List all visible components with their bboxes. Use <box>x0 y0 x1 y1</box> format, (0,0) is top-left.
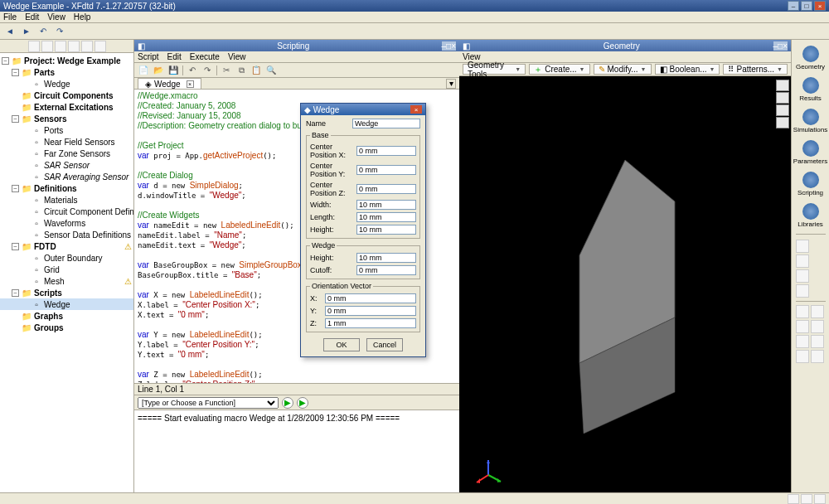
field-input-width[interactable] <box>356 200 416 210</box>
expand-icon[interactable]: − <box>12 243 19 250</box>
geometry-viewport[interactable] <box>459 76 791 492</box>
sidebar-item-parameters[interactable]: Parameters <box>794 138 827 167</box>
tree-item-external-excitations[interactable]: 📁External Excitations <box>0 101 133 113</box>
sidebar-tool-4[interactable] <box>796 284 809 298</box>
tree-tool-1[interactable] <box>28 41 40 52</box>
expand-icon[interactable]: − <box>12 289 19 297</box>
status-tool-3[interactable] <box>814 494 826 504</box>
sidebar-item-libraries[interactable]: Libraries <box>794 201 827 230</box>
menu-view[interactable]: View <box>47 12 65 22</box>
tree-item-groups[interactable]: 📁Groups <box>0 322 133 333</box>
sidebar-tool-7b[interactable] <box>811 335 824 348</box>
field-input-x[interactable] <box>325 293 416 303</box>
sidebar-tool-6b[interactable] <box>811 320 824 333</box>
ok-button[interactable]: OK <box>323 338 360 351</box>
script-menu-script[interactable]: Script <box>138 52 159 61</box>
tab-dropdown-icon[interactable]: ▾ <box>446 79 456 89</box>
status-tool-2[interactable] <box>801 494 812 504</box>
modify-dropdown[interactable]: ✎Modify...▼ <box>594 64 652 75</box>
script-redo-icon[interactable]: ↷ <box>201 65 213 76</box>
tree-item-definitions[interactable]: −📁Definitions <box>0 182 133 194</box>
tree-item-fdtd[interactable]: −📁FDTD⚠ <box>0 240 133 252</box>
tree-tool-6[interactable] <box>95 41 106 52</box>
undo-icon[interactable]: ↶ <box>36 25 50 38</box>
sidebar-item-scripting[interactable]: Scripting <box>794 169 827 199</box>
dialog-titlebar[interactable]: ◆ Wedge × <box>301 104 425 115</box>
scripting-close-button[interactable]: × <box>451 41 456 51</box>
rotate-tool-icon[interactable] <box>776 104 789 116</box>
field-input-y[interactable] <box>325 306 416 316</box>
sidebar-tool-7a[interactable] <box>796 335 809 348</box>
tree-item-far-zone-sensors[interactable]: ▫Far Zone Sensors <box>0 148 133 159</box>
sidebar-tool-1[interactable] <box>796 240 809 253</box>
sidebar-item-geometry[interactable]: Geometry <box>794 43 827 73</box>
tree-item-sar-averaging-sensor[interactable]: ▫SAR Averaging Sensor <box>0 171 133 182</box>
name-input[interactable] <box>352 119 420 128</box>
tree-item-mesh[interactable]: ▫Mesh⚠ <box>0 275 133 287</box>
field-input-center-position-x[interactable] <box>356 146 416 156</box>
tree-item-circuit-component-definitions[interactable]: ▫Circuit Component Definitions <box>0 206 133 217</box>
maximize-button[interactable]: □ <box>801 1 812 11</box>
field-input-height[interactable] <box>356 253 416 263</box>
script-menu-edit[interactable]: Edit <box>167 52 182 61</box>
create-dropdown[interactable]: ＋Create...▼ <box>529 64 589 75</box>
dialog-close-button[interactable]: × <box>410 105 422 114</box>
script-undo-icon[interactable]: ↶ <box>187 65 198 76</box>
menu-help[interactable]: Help <box>74 12 91 22</box>
tree-item-outer-boundary[interactable]: ▫Outer Boundary <box>0 252 133 264</box>
tree-item-sar-sensor[interactable]: ▫SAR Sensor <box>0 159 133 171</box>
expand-icon[interactable]: − <box>2 57 9 65</box>
forward-icon[interactable]: ► <box>20 25 33 38</box>
script-menu-view[interactable]: View <box>228 52 246 61</box>
tree-item-materials[interactable]: ▫Materials <box>0 194 133 206</box>
tree-item-near-field-sensors[interactable]: ▫Near Field Sensors <box>0 136 133 148</box>
sidebar-tool-8a[interactable] <box>796 350 809 363</box>
tree-tool-2[interactable] <box>41 41 53 52</box>
copy-icon[interactable]: ⧉ <box>235 65 247 76</box>
back-icon[interactable]: ◄ <box>3 25 17 38</box>
field-input-length[interactable] <box>356 212 416 222</box>
tab-close-icon[interactable]: × <box>187 80 194 88</box>
sidebar-tool-5a[interactable] <box>796 305 809 318</box>
tree-item-circuit-components[interactable]: 📁Circuit Components <box>0 90 133 101</box>
zoom-tool-icon[interactable] <box>776 117 789 128</box>
field-input-cutoff[interactable] <box>356 265 416 275</box>
tree-item-scripts[interactable]: −📁Scripts <box>0 287 133 298</box>
sidebar-tool-2[interactable] <box>796 254 809 268</box>
sidebar-tool-6a[interactable] <box>796 320 809 333</box>
expand-icon[interactable]: − <box>12 69 19 76</box>
output-console[interactable]: ===== Start evaluating macro Wedge at 1/… <box>134 410 459 492</box>
sidebar-tool-8b[interactable] <box>811 350 824 363</box>
tree-item-waveforms[interactable]: ▫Waveforms <box>0 217 133 229</box>
minimize-button[interactable]: – <box>788 1 799 11</box>
geometry-close-button[interactable]: × <box>783 41 788 51</box>
tree-item-parts[interactable]: −📁Parts <box>0 66 133 78</box>
tree-item-ports[interactable]: ▫Ports <box>0 124 133 136</box>
sidebar-item-results[interactable]: Results <box>794 75 827 104</box>
save-script-icon[interactable]: 💾 <box>167 65 179 76</box>
tree-item-sensors[interactable]: −📁Sensors <box>0 113 133 124</box>
tree-tool-4[interactable] <box>68 41 80 52</box>
tree-item-wedge[interactable]: ▫Wedge <box>0 298 133 310</box>
tree-root[interactable]: −📁Project: Wedge Example <box>0 55 133 66</box>
field-input-center-position-y[interactable] <box>356 165 416 175</box>
tree-item-wedge[interactable]: ▫Wedge <box>0 78 133 90</box>
status-tool-1[interactable] <box>788 494 799 504</box>
cancel-button[interactable]: Cancel <box>366 338 403 351</box>
close-button[interactable]: × <box>814 1 826 11</box>
cut-icon[interactable]: ✂ <box>221 65 232 76</box>
menu-edit[interactable]: Edit <box>25 12 39 22</box>
tree-item-graphs[interactable]: 📁Graphs <box>0 310 133 322</box>
patterns-dropdown[interactable]: ⠿Patterns...▼ <box>723 64 788 75</box>
redo-icon[interactable]: ↷ <box>53 25 66 38</box>
paste-icon[interactable]: 📋 <box>250 65 262 76</box>
pan-tool-icon[interactable] <box>776 92 789 104</box>
geometry-tools-dropdown[interactable]: Geometry Tools▼ <box>463 64 526 75</box>
boolean-dropdown[interactable]: ◧Boolean...▼ <box>655 64 720 75</box>
function-select[interactable]: [Type or Choose a Function] <box>138 397 279 409</box>
sidebar-tool-5b[interactable] <box>811 305 824 318</box>
field-input-center-position-z[interactable] <box>356 184 416 194</box>
tab-wedge[interactable]: ◈ Wedge × <box>138 78 201 89</box>
menu-file[interactable]: File <box>3 12 17 22</box>
expand-icon[interactable]: − <box>12 115 19 123</box>
